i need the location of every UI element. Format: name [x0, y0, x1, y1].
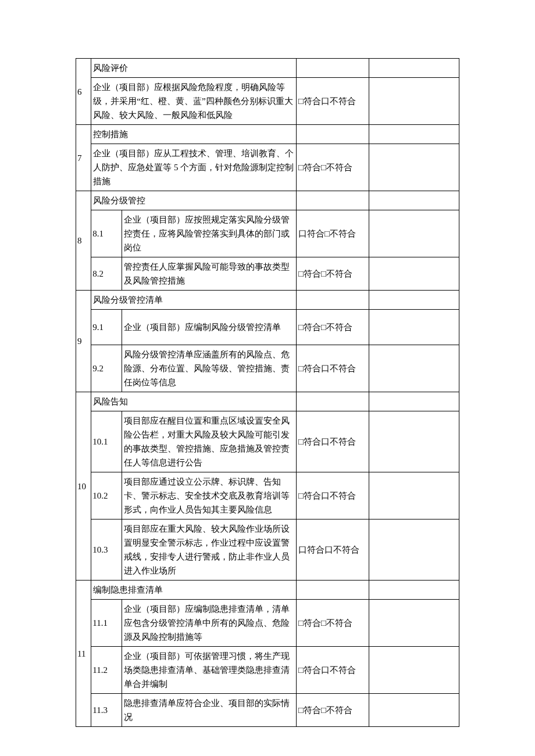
content-cell: 企业（项目部）应根据风险危险程度，明确风险等级，并采用“红、橙、黄、蓝”四种颜色… — [91, 78, 297, 125]
remark-cell — [369, 581, 459, 600]
remark-cell — [369, 392, 459, 411]
content-row: 10.1 项目部应在醒目位置和重点区域设置安全风险公告栏，对重大风险及较大风险可… — [76, 411, 459, 472]
checkbox-icon[interactable]: 口 — [321, 491, 330, 500]
content-cell: 项目部应在醒目位置和重点区域设置安全风险公告栏，对重大风险及较大风险可能引发的事… — [122, 411, 297, 472]
content-row: 11.1 企业（项目部）应编制隐患排查清单，清单应包含分级管控清单中所有的风险点… — [76, 600, 459, 647]
remark-cell — [369, 411, 459, 472]
sub-number: 10.1 — [91, 411, 122, 472]
content-cell: 项目部应通过设立公示牌、标识牌、告知卡、警示标志、安全技术交底及教育培训等形式，… — [122, 472, 297, 519]
checkbox-icon[interactable]: □ — [298, 96, 304, 106]
content-cell: 企业（项目部）应按照规定落实风险分级管控责任，应将风险管控落实到具体的部门或岗位 — [122, 210, 297, 257]
content-row: 企业（项目部）应从工程技术、管理、培训教育、个人防护、应急处置等 5 个方面，针… — [76, 144, 459, 191]
result-cell: □符合口不符合 — [296, 345, 369, 392]
result-cell: □符合□不符合 — [296, 694, 369, 727]
checkbox-icon[interactable]: □ — [298, 437, 304, 446]
remark-cell — [369, 519, 459, 581]
content-row: 10.2 项目部应通过设立公示牌、标识牌、告知卡、警示标志、安全技术交底及教育培… — [76, 472, 459, 519]
result-cell: □符合□不符合 — [296, 144, 369, 191]
row-number: 9 — [76, 291, 91, 392]
remark-cell — [369, 694, 459, 727]
sub-number: 11.2 — [91, 647, 122, 694]
result-cell — [296, 191, 369, 210]
sub-number: 11.3 — [91, 694, 122, 727]
checkbox-icon[interactable]: □ — [298, 665, 304, 675]
content-row: 10.3 项目部应在重大风险、较大风险作业场所设置明显安全警示标志，作业过程中应… — [76, 519, 459, 581]
result-cell: □符合口不符合 — [296, 411, 369, 472]
section-header-row: 7 控制措施 — [76, 125, 459, 144]
sub-number: 9.1 — [91, 310, 122, 345]
section-title: 风险评价 — [91, 59, 297, 78]
content-row: 企业（项目部）应根据风险危险程度，明确风险等级，并采用“红、橙、黄、蓝”四种颜色… — [76, 78, 459, 125]
checkbox-icon[interactable]: □ — [298, 364, 304, 373]
checkbox-icon[interactable]: 口 — [321, 437, 330, 446]
remark-cell — [369, 125, 459, 144]
remark-cell — [369, 345, 459, 392]
sub-number: 8.1 — [91, 210, 122, 257]
sub-number: 10.2 — [91, 472, 122, 519]
result-cell: 口符合□不符合 — [296, 210, 369, 257]
result-cell — [296, 392, 369, 411]
content-row: 11.3 隐患排查清单应符合企业、项目部的实际情况 □符合□不符合 — [76, 694, 459, 727]
result-cell — [296, 291, 369, 310]
remark-cell — [369, 472, 459, 519]
section-title: 风险分级管控清单 — [91, 291, 297, 310]
remark-cell — [369, 191, 459, 210]
content-cell: 企业（项目部）应编制隐患排查清单，清单应包含分级管控清单中所有的风险点、危险源及… — [122, 600, 297, 647]
checkbox-icon[interactable]: 口 — [298, 229, 307, 238]
content-cell: 企业（项目部）应编制风险分级管控清单 — [122, 310, 297, 345]
sub-number: 11.1 — [91, 600, 122, 647]
checkbox-icon[interactable]: □ — [298, 618, 304, 628]
result-cell: □符合口不符合 — [296, 78, 369, 125]
row-number: 6 — [76, 59, 91, 125]
section-header-row: 11 编制隐患排查清单 — [76, 581, 459, 600]
result-cell: □符合□不符合 — [296, 310, 369, 345]
checkbox-icon[interactable]: □ — [321, 163, 326, 172]
content-row: 8.2 管控责任人应掌握风险可能导致的事故类型及风险管控措施 □符合□不符合 — [76, 257, 459, 291]
result-cell: □符合□不符合 — [296, 600, 369, 647]
content-cell: 项目部应在重大风险、较大风险作业场所设置明显安全警示标志，作业过程中应设置警戒线… — [122, 519, 297, 581]
checkbox-icon[interactable]: □ — [298, 269, 304, 278]
checkbox-icon[interactable]: □ — [324, 229, 330, 238]
result-cell — [296, 59, 369, 78]
checkbox-icon[interactable]: □ — [298, 705, 304, 715]
checkbox-icon[interactable]: □ — [298, 323, 304, 332]
checkbox-icon[interactable]: □ — [321, 269, 326, 278]
sub-number: 9.2 — [91, 345, 122, 392]
row-number: 10 — [76, 392, 91, 581]
result-cell: □符合口不符合 — [296, 647, 369, 694]
section-title: 编制隐患排查清单 — [91, 581, 297, 600]
content-row: 9.1 企业（项目部）应编制风险分级管控清单 □符合□不符合 — [76, 310, 459, 345]
checkbox-icon[interactable]: 口 — [298, 545, 307, 554]
result-cell — [296, 581, 369, 600]
checkbox-icon[interactable]: 口 — [324, 545, 333, 554]
checkbox-icon[interactable]: 口 — [321, 364, 330, 373]
content-cell: 管控责任人应掌握风险可能导致的事故类型及风险管控措施 — [122, 257, 297, 291]
content-row: 8.1 企业（项目部）应按照规定落实风险分级管控责任，应将风险管控落实到具体的部… — [76, 210, 459, 257]
section-header-row: 6 风险评价 — [76, 59, 459, 78]
row-number: 11 — [76, 581, 91, 727]
section-header-row: 9 风险分级管控清单 — [76, 291, 459, 310]
content-cell: 企业（项目部）应从工程技术、管理、培训教育、个人防护、应急处置等 5 个方面，针… — [91, 144, 297, 191]
remark-cell — [369, 59, 459, 78]
remark-cell — [369, 647, 459, 694]
checkbox-icon[interactable]: □ — [298, 491, 304, 500]
checkbox-icon[interactable]: □ — [321, 323, 326, 332]
content-row: 9.2 风险分级管控清单应涵盖所有的风险点、危险源、分布位置、风险等级、管控措施… — [76, 345, 459, 392]
checkbox-icon[interactable]: 口 — [321, 665, 330, 675]
content-cell: 企业（项目部）可依据管理习惯，将生产现场类隐患排查清单、基础管理类隐患排查清单合… — [122, 647, 297, 694]
checkbox-icon[interactable]: □ — [298, 163, 304, 172]
content-cell: 风险分级管控清单应涵盖所有的风险点、危险源、分布位置、风险等级、管控措施、责任岗… — [122, 345, 297, 392]
result-cell: □符合口不符合 — [296, 472, 369, 519]
result-cell: □符合□不符合 — [296, 257, 369, 291]
checkbox-icon[interactable]: 口 — [321, 96, 330, 106]
remark-cell — [369, 291, 459, 310]
result-cell — [296, 125, 369, 144]
checkbox-icon[interactable]: □ — [321, 618, 326, 628]
result-cell: 口符合口不符合 — [296, 519, 369, 581]
section-header-row: 10 风险告知 — [76, 392, 459, 411]
content-cell: 隐患排查清单应符合企业、项目部的实际情况 — [122, 694, 297, 727]
checkbox-icon[interactable]: □ — [321, 705, 326, 715]
remark-cell — [369, 144, 459, 191]
section-header-row: 8 风险分级管控 — [76, 191, 459, 210]
remark-cell — [369, 257, 459, 291]
